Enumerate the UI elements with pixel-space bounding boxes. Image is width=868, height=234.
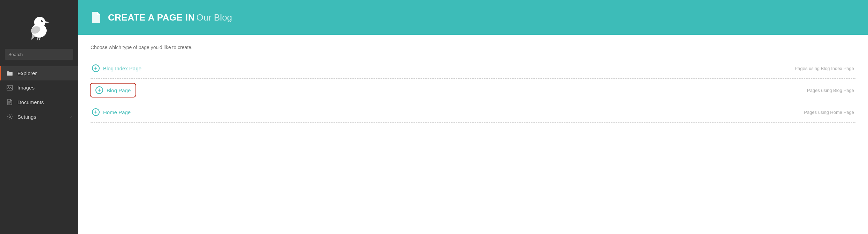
page-type-blog-index[interactable]: + Blog Index Page Pages using Blog Index… xyxy=(91,58,855,79)
logo-area xyxy=(0,0,78,49)
chevron-right-icon: › xyxy=(70,114,72,119)
page-type-left-blog-index: + Blog Index Page xyxy=(92,64,141,72)
search-button[interactable]: 🔍 xyxy=(70,49,73,60)
plus-circle-blog-index: + xyxy=(92,64,100,72)
search-wrapper: 🔍 xyxy=(5,49,73,60)
header-title: CREATE A PAGE IN xyxy=(108,12,195,23)
blog-page-right-text: Pages using Blog Page xyxy=(807,88,854,93)
page-type-home-page[interactable]: + Home Page Pages using Home Page xyxy=(91,102,855,123)
page-type-blog-page[interactable]: + Blog Page Pages using Blog Page xyxy=(91,79,855,102)
svg-point-4 xyxy=(42,20,43,21)
main-content: CREATE A PAGE IN Our Blog Choose which t… xyxy=(78,0,868,234)
sidebar: 🔍 Explorer Images xyxy=(0,0,78,234)
page-header: CREATE A PAGE IN Our Blog xyxy=(78,0,868,35)
svg-point-3 xyxy=(41,20,43,22)
header-text: CREATE A PAGE IN Our Blog xyxy=(108,12,232,23)
blog-index-page-label[interactable]: Blog Index Page xyxy=(103,65,141,71)
sidebar-item-documents[interactable]: Documents xyxy=(0,95,78,109)
search-area: 🔍 xyxy=(0,49,78,65)
sidebar-item-documents-label: Documents xyxy=(17,99,44,105)
nav-menu: Explorer Images xyxy=(0,66,78,124)
home-page-label[interactable]: Home Page xyxy=(103,109,131,115)
logo-bird-icon xyxy=(25,9,53,42)
home-page-right-text: Pages using Home Page xyxy=(804,110,854,115)
blog-index-page-right-text: Pages using Blog Index Page xyxy=(795,66,854,71)
sidebar-item-explorer-label: Explorer xyxy=(17,70,37,76)
content-area: Choose which type of page you'd like to … xyxy=(78,35,868,234)
image-icon xyxy=(6,85,13,91)
sidebar-item-settings-label: Settings xyxy=(17,114,36,120)
header-subtitle: Our Blog xyxy=(196,12,232,23)
sidebar-item-images[interactable]: Images xyxy=(0,80,78,95)
svg-point-1 xyxy=(34,17,45,28)
svg-marker-2 xyxy=(45,21,49,23)
svg-point-14 xyxy=(9,116,11,118)
sidebar-item-images-label: Images xyxy=(17,85,34,91)
plus-circle-blog-page: + xyxy=(95,86,103,94)
document-icon xyxy=(6,99,13,105)
gear-icon xyxy=(6,114,13,120)
sidebar-item-explorer[interactable]: Explorer xyxy=(0,66,78,80)
sidebar-item-settings[interactable]: Settings › xyxy=(0,109,78,124)
blog-page-label[interactable]: Blog Page xyxy=(107,87,131,93)
plus-circle-home-page: + xyxy=(92,108,100,116)
search-input[interactable] xyxy=(5,49,70,60)
page-icon xyxy=(91,11,102,24)
subtitle-text: Choose which type of page you'd like to … xyxy=(91,45,855,50)
page-type-left-home: + Home Page xyxy=(92,108,131,116)
folder-icon xyxy=(6,71,13,76)
page-type-left-blog: + Blog Page xyxy=(92,85,134,95)
